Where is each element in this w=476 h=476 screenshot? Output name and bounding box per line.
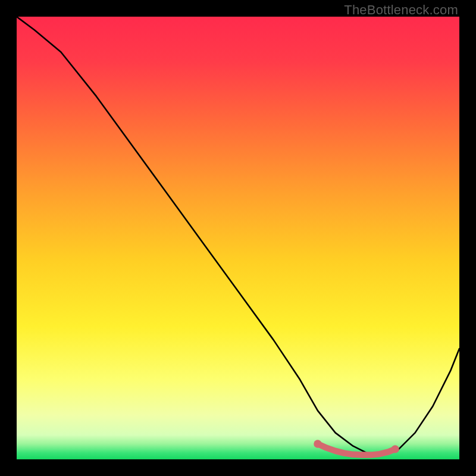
plot-area	[17, 17, 459, 459]
optimal-range-highlight	[318, 444, 395, 455]
highlight-dot	[391, 445, 399, 453]
highlight-dot	[314, 440, 321, 447]
chart-frame: TheBottleneck.com	[0, 0, 476, 476]
chart-svg	[17, 17, 459, 459]
bottleneck-curve	[17, 17, 459, 455]
watermark-text: TheBottleneck.com	[344, 2, 458, 18]
